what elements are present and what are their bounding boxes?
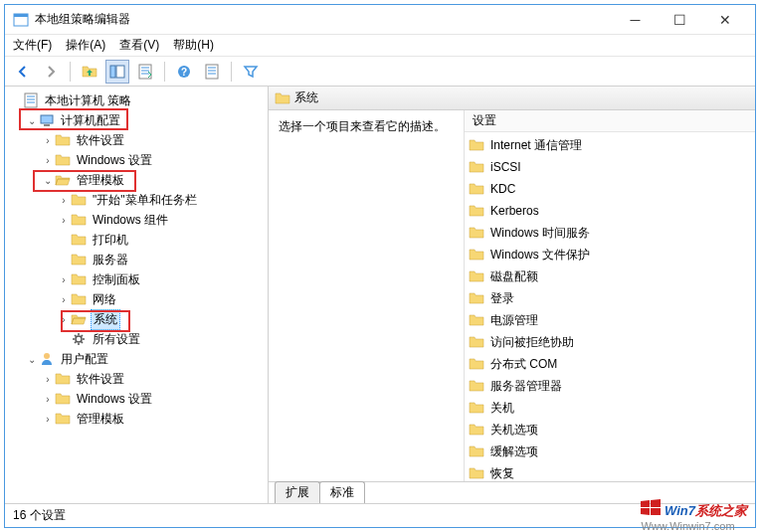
tree-start-taskbar[interactable]: ›"开始"菜单和任务栏 [7, 190, 266, 210]
menu-action[interactable]: 操作(A) [66, 37, 105, 54]
tree-label: 打印机 [91, 231, 130, 250]
tree-network[interactable]: ›网络 [7, 289, 266, 309]
list-item[interactable]: 访问被拒绝协助 [469, 331, 751, 353]
export-button[interactable] [133, 60, 157, 84]
list-item[interactable]: KDC [469, 178, 751, 200]
tree-label: 所有设置 [91, 330, 142, 349]
titlebar[interactable]: 本地组策略编辑器 ─ ☐ ✕ [5, 5, 755, 35]
forward-button[interactable] [39, 60, 63, 84]
tree-label: 管理模板 [75, 171, 126, 190]
menu-file[interactable]: 文件(F) [13, 37, 52, 54]
tree-software-settings[interactable]: ›软件设置 [7, 130, 266, 150]
list-item-label: Kerberos [490, 204, 539, 218]
help-button[interactable]: ? [172, 60, 196, 84]
list-item-label: KDC [490, 182, 515, 196]
tree-label: "开始"菜单和任务栏 [91, 191, 199, 210]
list-item[interactable]: 恢复 [469, 462, 751, 481]
list-item-label: 缓解选项 [490, 443, 538, 460]
list-item[interactable]: 电源管理 [469, 309, 751, 331]
expander-icon[interactable]: › [57, 193, 71, 207]
expander-icon[interactable]: › [57, 272, 71, 286]
menu-view[interactable]: 查看(V) [119, 37, 159, 54]
tree-all-settings[interactable]: ›所有设置 [7, 329, 266, 349]
back-button[interactable] [11, 60, 35, 84]
tree-u-windows-settings[interactable]: ›Windows 设置 [7, 389, 266, 409]
maximize-button[interactable]: ☐ [658, 6, 702, 34]
tree-admin-templates[interactable]: ⌄管理模板 [7, 170, 266, 190]
toolbar-separator [70, 62, 71, 82]
list-item[interactable]: 登录 [469, 287, 751, 309]
expander-icon[interactable]: › [41, 392, 55, 406]
expander-icon[interactable]: › [41, 153, 55, 167]
up-button[interactable] [78, 60, 101, 84]
list-item[interactable]: iSCSI [469, 156, 751, 178]
list-header-label: 设置 [473, 112, 496, 129]
folder-icon [469, 159, 484, 175]
filter-button[interactable] [239, 60, 263, 84]
description-text: 选择一个项目来查看它的描述。 [279, 119, 446, 133]
list-item[interactable]: Kerberos [469, 200, 751, 222]
tree-pane[interactable]: ▶本地计算机 策略 ⌄计算机配置 ›软件设置 ›Windows 设置 ⌄管理模板… [5, 87, 269, 503]
list-item[interactable]: Windows 时间服务 [469, 222, 751, 244]
description-column: 选择一个项目来查看它的描述。 [269, 110, 464, 481]
folder-icon [469, 290, 484, 306]
expander-icon[interactable]: ⌄ [25, 352, 39, 366]
folder-icon [469, 356, 484, 372]
folder-icon [71, 192, 87, 208]
tree-windows-components[interactable]: ›Windows 组件 [7, 210, 266, 230]
svg-rect-3 [14, 14, 28, 17]
folder-icon [71, 291, 87, 307]
list-item[interactable]: 服务器管理器 [469, 375, 751, 397]
tree-label: 服务器 [91, 251, 130, 269]
list-scroll[interactable]: Internet 通信管理iSCSIKDCKerberosWindows 时间服… [465, 132, 755, 481]
tab-extended[interactable]: 扩展 [275, 481, 320, 503]
expander-icon[interactable]: › [57, 312, 71, 326]
list-item[interactable]: 缓解选项 [469, 441, 751, 462]
menu-help[interactable]: 帮助(H) [173, 37, 214, 54]
list-header[interactable]: 设置 [465, 110, 755, 132]
folder-open-icon [71, 311, 87, 327]
folder-icon [469, 247, 484, 263]
expander-icon[interactable]: ⌄ [41, 173, 55, 187]
svg-rect-4 [110, 66, 115, 78]
tree-server[interactable]: ›服务器 [7, 250, 266, 269]
tree-u-software-settings[interactable]: ›软件设置 [7, 369, 266, 389]
tab-standard[interactable]: 标准 [319, 481, 365, 503]
list-item[interactable]: 分布式 COM [469, 353, 751, 375]
tree-control-panel[interactable]: ›控制面板 [7, 269, 266, 289]
show-tree-button[interactable] [105, 60, 129, 84]
list-item[interactable]: 关机 [469, 397, 751, 419]
tree-root[interactable]: ▶本地计算机 策略 [7, 90, 266, 110]
window-controls: ─ ☐ ✕ [613, 6, 747, 34]
close-button[interactable]: ✕ [702, 6, 747, 34]
list-item[interactable]: 关机选项 [469, 419, 751, 441]
expander-icon[interactable]: ⌄ [25, 113, 39, 127]
expander-icon[interactable]: › [41, 372, 55, 386]
list-item[interactable]: Windows 文件保护 [469, 244, 751, 266]
expander-icon[interactable]: › [57, 213, 71, 227]
svg-rect-8 [41, 115, 53, 123]
expander-icon[interactable]: › [57, 292, 71, 306]
status-text: 16 个设置 [13, 507, 66, 524]
list-item-label: 关机选项 [490, 422, 538, 439]
minimize-button[interactable]: ─ [613, 6, 658, 34]
list-item[interactable]: 磁盘配额 [469, 266, 751, 287]
window-title: 本地组策略编辑器 [35, 11, 613, 28]
tree-user-config[interactable]: ⌄用户配置 [7, 349, 266, 369]
tree-windows-settings[interactable]: ›Windows 设置 [7, 150, 266, 170]
tree-computer-config[interactable]: ⌄计算机配置 [7, 110, 266, 130]
tree-printers[interactable]: ›打印机 [7, 230, 266, 250]
app-icon [13, 12, 29, 28]
app-window: 本地组策略编辑器 ─ ☐ ✕ 文件(F) 操作(A) 查看(V) 帮助(H) ?… [4, 4, 756, 528]
list-item-label: 分布式 COM [490, 356, 557, 373]
folder-icon [71, 212, 87, 228]
expander-icon[interactable]: › [41, 133, 55, 147]
toolbar: ? [5, 57, 755, 87]
tree-u-admin-templates[interactable]: ›管理模板 [7, 409, 266, 429]
content-area: ▶本地计算机 策略 ⌄计算机配置 ›软件设置 ›Windows 设置 ⌄管理模板… [5, 87, 755, 503]
expander-icon[interactable]: › [41, 412, 55, 426]
properties-button[interactable] [200, 60, 224, 84]
list-item[interactable]: Internet 通信管理 [469, 134, 751, 156]
tree-system[interactable]: ›系统 [7, 309, 266, 329]
folder-icon [55, 391, 71, 407]
